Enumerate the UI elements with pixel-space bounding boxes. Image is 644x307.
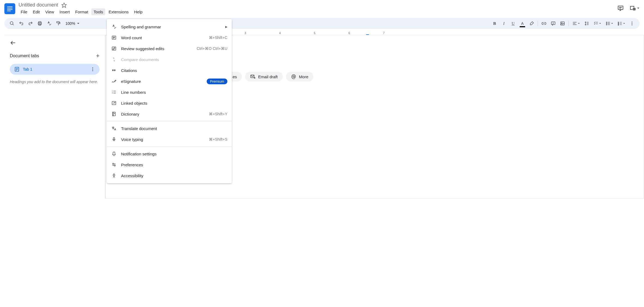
sidebar-title: Document tabs: [10, 53, 39, 58]
svg-point-68: [113, 163, 114, 165]
svg-rect-61: [112, 101, 116, 105]
translate-icon: [111, 126, 117, 131]
numbered-list-button[interactable]: 123: [616, 19, 627, 28]
svg-point-27: [606, 23, 607, 24]
menu-item-label: Citations: [121, 68, 227, 73]
highlight-icon[interactable]: [527, 19, 536, 28]
at-icon: [291, 74, 296, 79]
menu-insert[interactable]: Insert: [57, 8, 72, 15]
menu-format[interactable]: Format: [73, 8, 91, 15]
menu-file[interactable]: File: [19, 8, 29, 15]
redo-icon[interactable]: [26, 19, 35, 28]
underline-button[interactable]: U: [509, 19, 517, 28]
add-tab-icon[interactable]: +: [96, 52, 100, 59]
insert-image-icon[interactable]: [558, 19, 567, 28]
chip-partial[interactable]: es: [231, 72, 242, 82]
spellcheck-icon[interactable]: [45, 19, 53, 28]
tab-label: Tab 1: [23, 67, 87, 71]
svg-point-49: [293, 76, 294, 77]
menu-item-label: Preferences: [121, 162, 227, 167]
menu-item-label: Spelling and grammar: [121, 25, 221, 29]
menu-item-notification-settings[interactable]: Notification settings: [107, 148, 232, 159]
back-icon[interactable]: [10, 40, 16, 46]
menu-item-translate-document[interactable]: Translate document: [107, 123, 232, 134]
menu-item-preferences[interactable]: Preferences: [107, 159, 232, 170]
comment-history-icon[interactable]: [617, 5, 624, 11]
tab-more-icon[interactable]: [90, 67, 95, 72]
menu-item-linked-objects[interactable]: Linked objects: [107, 98, 232, 109]
chip-label: More: [299, 74, 308, 79]
menu-bar: File Edit View Insert Format Tools Exten…: [19, 8, 617, 15]
svg-point-70: [114, 174, 115, 174]
menu-item-label: Translate document: [121, 126, 227, 131]
present-icon[interactable]: [629, 5, 640, 11]
more-toolbar-icon[interactable]: [628, 19, 636, 28]
menu-item-compare-documents: Compare documents: [107, 54, 232, 65]
svg-point-47: [92, 70, 93, 71]
chip-email-draft[interactable]: Email draft: [245, 72, 283, 82]
menu-item-dictionary[interactable]: Dictionary⌘+Shift+Y: [107, 109, 232, 119]
menu-extensions[interactable]: Extensions: [106, 8, 131, 15]
menu-item-esignature[interactable]: eSignaturePremium: [107, 76, 232, 87]
menu-item-citations[interactable]: Citations: [107, 65, 232, 76]
menu-item-label: Dictionary: [121, 112, 204, 116]
svg-point-69: [114, 165, 116, 166]
svg-rect-54: [112, 47, 116, 50]
email-icon: [250, 74, 255, 79]
menu-item-label: Word count: [121, 35, 204, 40]
menu-shortcut: Ctrl+⌘O Ctrl+⌘U: [197, 46, 227, 51]
paint-format-icon[interactable]: [54, 19, 63, 28]
svg-marker-0: [62, 3, 67, 7]
tab-item[interactable]: Tab 1: [10, 64, 100, 75]
tools-dropdown: Spelling and grammar▶Word count⌘+Shift+C…: [107, 19, 232, 183]
menu-item-voice-typing[interactable]: Voice typing⌘+Shift+S: [107, 134, 232, 145]
zoom-selector[interactable]: 100%: [63, 21, 82, 26]
svg-rect-63: [113, 112, 113, 116]
menu-item-accessibility[interactable]: Accessibility: [107, 170, 232, 181]
wordcount-icon: [111, 35, 117, 40]
undo-icon[interactable]: [17, 19, 26, 28]
link-icon[interactable]: [540, 19, 548, 28]
menu-item-review-suggested-edits[interactable]: Review suggested editsCtrl+⌘O Ctrl+⌘U: [107, 43, 232, 54]
chip-more[interactable]: More: [286, 72, 313, 82]
star-icon[interactable]: [61, 2, 67, 8]
search-icon[interactable]: [8, 19, 16, 28]
menu-view[interactable]: View: [43, 8, 56, 15]
menu-item-label: Compare documents: [121, 57, 227, 62]
text-color-button[interactable]: A: [518, 19, 527, 28]
menu-separator: [107, 146, 232, 147]
compare-icon: [111, 57, 117, 62]
add-comment-icon[interactable]: [549, 19, 558, 28]
menu-shortcut: ⌘+Shift+S: [209, 137, 227, 142]
accessibility-icon: [111, 173, 117, 178]
line-spacing-button[interactable]: [582, 19, 591, 28]
vertical-ruler: [0, 37, 4, 198]
checklist-button[interactable]: [592, 19, 603, 28]
bulleted-list-button[interactable]: [604, 19, 615, 28]
svg-point-39: [632, 25, 633, 25]
esign-icon: [111, 79, 117, 84]
submenu-arrow-icon: ▶: [225, 25, 227, 29]
docs-logo[interactable]: [4, 3, 15, 14]
print-icon[interactable]: [35, 19, 44, 28]
menu-help[interactable]: Help: [132, 8, 145, 15]
menu-item-word-count[interactable]: Word count⌘+Shift+C: [107, 32, 232, 43]
menu-item-label: Notification settings: [121, 152, 227, 156]
menu-separator: [107, 121, 232, 121]
menu-tools[interactable]: Tools: [91, 8, 105, 15]
document-title[interactable]: Untitled document: [19, 2, 58, 8]
ruler-tick: 3: [245, 32, 246, 35]
header: Untitled document File Edit View Insert …: [0, 0, 644, 15]
svg-point-6: [10, 22, 13, 25]
menu-item-line-numbers[interactable]: 123Line numbers: [107, 87, 232, 98]
svg-line-7: [13, 24, 14, 25]
menu-item-spelling-and-grammar[interactable]: Spelling and grammar▶: [107, 21, 232, 32]
menu-edit[interactable]: Edit: [31, 8, 42, 15]
svg-rect-11: [57, 22, 59, 23]
bold-button[interactable]: B: [490, 19, 499, 28]
chip-label: Email draft: [258, 74, 278, 79]
align-button[interactable]: [570, 19, 582, 28]
italic-button[interactable]: I: [499, 19, 508, 28]
dictionary-icon: [111, 111, 117, 117]
tab-doc-icon: [14, 67, 20, 72]
